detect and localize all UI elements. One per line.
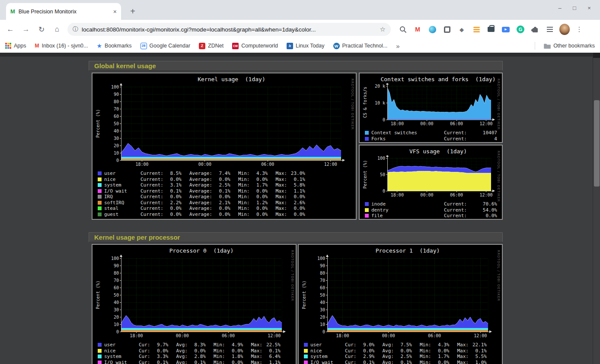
legend-series-name: nice [104,348,131,354]
legend-stat-value: 5.8% [287,182,305,188]
stack-extension-icon[interactable] [471,24,482,35]
search-extension-icon[interactable] [398,24,408,35]
legend-stat: Current:0.0% [140,194,182,199]
legend-series-name: softIRQ [104,200,133,206]
legend-stat-value: 6.4% [262,354,281,359]
diamond-extension-icon[interactable]: ◆ [456,24,467,35]
profile-avatar[interactable] [559,24,570,35]
window-controls: – □ × [552,2,597,14]
maximize-button[interactable]: □ [567,2,582,14]
svg-text:50: 50 [114,121,119,126]
svg-text:12:00: 12:00 [268,333,281,338]
vfs-legend: inodeCurrent:70.6%dentryCurrent:54.0%fil… [364,201,500,219]
bookmark-practical-technology[interactable]: W Practical Technol... [333,43,388,49]
scrollbar-thumb[interactable] [594,100,600,187]
legend-stat: Current:0.0% [140,212,182,217]
legend-row: I/O waitCurrent:0.1%Average:0.1%Min:0.0%… [97,188,354,194]
bookmark-zdnet[interactable]: Z ZDNet [199,43,223,49]
close-button[interactable]: × [582,2,597,14]
legend-stat: Max:6.4% [251,354,281,359]
legend-stat: Min:1.2% [238,200,268,206]
legend-stat-label: Min: [238,194,250,199]
legend-stat: Current:0.1% [140,188,182,194]
legend-stat-value: 70.6% [467,201,497,207]
legend-stat: Max:0.1% [275,177,305,182]
bookmark-apps[interactable]: Apps [5,43,26,49]
legend-stat-value: 7.4% [212,171,230,176]
bookmark-bookmarks[interactable]: ★ Bookmarks [97,42,132,49]
reading-list-icon[interactable] [545,24,555,35]
gmail-extension-icon[interactable]: M [412,24,423,35]
legend-series-name: I/O wait [310,360,337,364]
browser-menu-button[interactable]: ⋮ [574,24,584,35]
bookmark-label: Bookmarks [105,43,132,49]
bookmark-label: Inbox (16) - sjvn0... [42,43,88,49]
briefcase-extension-icon[interactable] [486,24,496,35]
svg-text:50: 50 [320,293,325,298]
bookmark-google-calendar[interactable]: 28 Google Calendar [140,43,191,49]
forward-button[interactable]: → [19,22,33,36]
legend-stat-label: Min: [420,354,431,359]
legend-stat-value: 0.0% [225,360,243,364]
kernel-usage-graph[interactable]: Kernel usage (1day) Percent (%) 10090807… [92,73,357,220]
legend-stat: Average:2.5% [189,182,230,188]
svg-text:06:00: 06:00 [428,333,441,338]
legend-stat-label: Max: [275,212,287,217]
wordpress-icon: W [333,43,340,49]
browser-tab[interactable]: M Blue Precision Monitorix × [6,3,121,20]
minimize-button[interactable]: – [552,2,567,14]
svg-text:20: 20 [320,315,325,320]
copy-extension-icon[interactable] [442,24,452,35]
bookmarks-overflow-chevron[interactable]: » [396,42,399,50]
legend-row: userCur:9.7%Avg:8.3%Min:4.9%Max:22.5% [97,342,294,348]
grammarly-g-icon: G [517,25,524,33]
context-switches-graph[interactable]: Context switches and forks (1day) CS & f… [359,73,503,143]
grammarly-extension-icon[interactable]: G [515,24,526,35]
processor-0-graph[interactable]: Processor 0 (1day) Percent (%) 100908070… [92,244,297,364]
context-legend: Context switchesCurrent:10407ForksCurren… [364,130,500,142]
other-bookmarks-button[interactable]: Other bookmarks [544,43,595,49]
back-button[interactable]: ← [3,22,17,36]
legend-stat: Min:4.9% [214,342,243,348]
linux-today-icon: lt [287,43,293,49]
bookmark-star-icon[interactable]: ☆ [380,25,386,33]
legend-stat: Cur:0.1% [345,360,375,364]
extensions-puzzle-icon[interactable] [530,24,540,35]
processors-row: Processor 0 (1day) Percent (%) 100908070… [92,244,503,364]
legend-stat: Max:0.0% [275,206,305,211]
tab-close-icon[interactable]: × [113,8,117,15]
reload-button[interactable]: ↻ [35,22,48,36]
bookmark-inbox[interactable]: M Inbox (16) - sjvn0... [35,43,88,49]
new-tab-button[interactable]: + [127,6,138,17]
address-bar[interactable]: ⓘ localhost:8080/monitorix-cgi/monitorix… [67,23,391,36]
bookmark-linux-today[interactable]: lt Linux Today [287,43,325,49]
legend-stat-label: Avg: [176,342,188,348]
svg-text:80: 80 [114,271,119,275]
diamond-icon: ◆ [460,26,464,33]
puzzle-icon [531,25,539,33]
svg-text:60: 60 [320,285,325,290]
vertical-scrollbar[interactable] [593,53,600,364]
bookmark-label: Apps [14,43,26,49]
legend-stat-value: 23.0% [287,171,305,176]
legend-row: softIRQCurrent:2.2%Average:2.1%Min:1.2%M… [97,200,354,206]
processor-1-graph[interactable]: Processor 1 (1day) Percent (%) 100908070… [298,244,503,364]
legend-stat-label: Min: [420,348,431,354]
legend-stat-label: Cur: [139,354,150,359]
vfs-usage-graph[interactable]: VFS usage (1day) Percent (%) 10050018:00… [359,145,503,220]
legend-stat-label: Current: [444,201,467,207]
bookmark-computerworld[interactable]: CW Computerworld [232,43,278,49]
video-extension-icon[interactable]: ▶ [501,24,511,35]
orb-extension-icon[interactable] [427,24,437,35]
legend-row: I/O waitCur:0.1%Avg:0.1%Min:0.0%Max:1.1% [97,360,294,364]
browser-window: M Blue Precision Monitorix × + – □ × ← →… [0,0,600,364]
svg-text:70: 70 [114,107,119,111]
svg-text:18:00: 18:00 [336,333,349,338]
legend-swatch [98,212,102,216]
home-button[interactable]: ⌂ [50,22,64,36]
site-info-icon[interactable]: ⓘ [73,25,78,33]
legend-stat-label: Cur: [345,360,357,364]
legend-row: systemCur:2.9%Avg:2.5%Min:1.7%Max:5.5% [303,354,500,360]
cpu0-legend: userCur:9.7%Avg:8.3%Min:4.9%Max:22.5%nic… [97,342,294,364]
lines-icon [547,27,553,32]
